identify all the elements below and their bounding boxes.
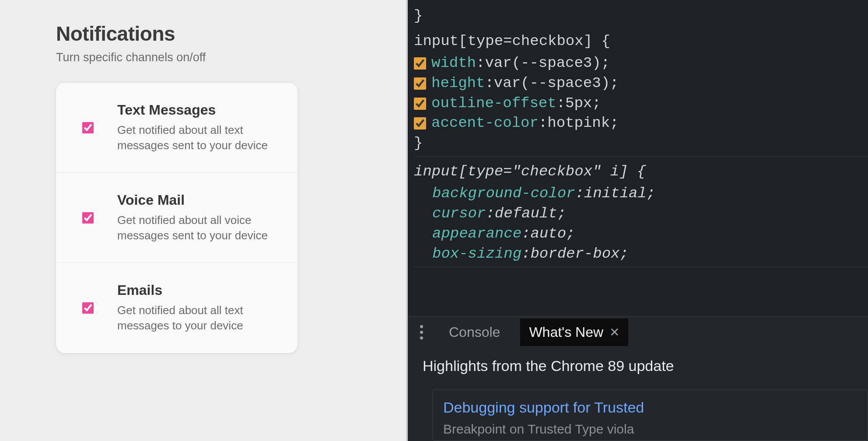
- css-property: appearance: [432, 224, 522, 244]
- drawer-body: Highlights from the Chrome 89 update Deb…: [408, 348, 868, 441]
- css-value: initial: [584, 184, 647, 204]
- css-property: accent-color: [431, 113, 539, 133]
- devtools-drawer: Console What's New ✕ Highlights from the…: [408, 316, 868, 441]
- tab-label: What's New: [529, 323, 603, 342]
- row-body: Voice Mail Get notified about all voice …: [117, 192, 282, 243]
- row-desc: Get notified about all text messages to …: [117, 303, 282, 333]
- toggle-declaration-icon[interactable]: [414, 117, 426, 130]
- css-value: default: [495, 204, 557, 224]
- css-value: var(--space3): [494, 74, 610, 94]
- code-brace-close: }: [414, 6, 868, 26]
- whats-new-link-sub: Breakpoint on Trusted Type viola: [443, 420, 857, 438]
- drawer-tabstrip: Console What's New ✕: [408, 317, 868, 348]
- toggle-declaration-icon[interactable]: [414, 77, 426, 90]
- css-value: auto: [530, 224, 566, 244]
- row-title: Text Messages: [117, 102, 282, 118]
- page-title: Notifications: [56, 22, 406, 46]
- page-subtitle: Turn specific channels on/off: [56, 51, 406, 64]
- css-declaration[interactable]: cursor: default;: [414, 204, 868, 224]
- css-property: box-sizing: [432, 244, 522, 264]
- css-declaration[interactable]: appearance: auto;: [414, 224, 868, 244]
- row-body: Text Messages Get notified about all tex…: [117, 102, 282, 153]
- code-brace-close: }: [414, 133, 868, 154]
- row-title: Emails: [117, 282, 282, 298]
- css-property: outline-offset: [431, 94, 556, 114]
- toggle-declaration-icon[interactable]: [414, 98, 426, 110]
- notification-row-text-messages: Text Messages Get notified about all tex…: [56, 83, 298, 173]
- css-selector[interactable]: input[type="checkbox" i] {: [414, 161, 868, 184]
- preview-header: Notifications Turn specific channels on/…: [0, 0, 406, 64]
- css-rule-user-agent: input[type="checkbox" i] { background-co…: [414, 157, 868, 267]
- css-value: 5px: [565, 94, 592, 114]
- close-icon[interactable]: ✕: [609, 324, 620, 341]
- notifications-card: Text Messages Get notified about all tex…: [56, 83, 298, 353]
- css-declaration[interactable]: accent-color: hotpink;: [414, 113, 868, 133]
- css-value: hotpink: [547, 113, 610, 133]
- css-declaration[interactable]: width: var(--space3);: [414, 53, 868, 74]
- css-declaration[interactable]: box-sizing: border-box;: [414, 244, 868, 264]
- tab-console[interactable]: Console: [440, 318, 509, 346]
- css-declaration[interactable]: background-color: initial;: [414, 184, 868, 204]
- css-value: var(--space3): [485, 53, 601, 74]
- css-declaration[interactable]: height: var(--space3);: [414, 74, 868, 94]
- toggle-declaration-icon[interactable]: [414, 57, 426, 70]
- checkbox-text-messages[interactable]: [82, 122, 94, 133]
- tab-whats-new[interactable]: What's New ✕: [520, 318, 628, 346]
- css-declaration[interactable]: outline-offset: 5px;: [414, 94, 868, 114]
- css-property: cursor: [432, 204, 486, 224]
- preview-pane: Notifications Turn specific channels on/…: [0, 0, 408, 441]
- row-desc: Get notified about all voice messages se…: [117, 213, 282, 243]
- devtools-pane: } input[type=checkbox] { width: var(--sp…: [408, 0, 868, 441]
- css-property: width: [431, 53, 476, 74]
- more-icon[interactable]: [414, 325, 429, 340]
- row-title: Voice Mail: [117, 192, 282, 208]
- drawer-headline: Highlights from the Chrome 89 update: [423, 356, 868, 376]
- whats-new-link[interactable]: Debugging support for Trusted: [443, 398, 857, 418]
- css-property: background-color: [432, 184, 575, 204]
- whats-new-card[interactable]: Debugging support for Trusted Breakpoint…: [432, 389, 868, 441]
- css-rule-author: input[type=checkbox] { width: var(--spac…: [414, 26, 868, 157]
- row-desc: Get notified about all text messages sen…: [117, 122, 282, 153]
- styles-panel[interactable]: } input[type=checkbox] { width: var(--sp…: [408, 0, 868, 267]
- notification-row-emails: Emails Get notified about all text messa…: [56, 263, 298, 353]
- css-selector[interactable]: input[type=checkbox] {: [414, 31, 868, 53]
- css-property: height: [431, 74, 485, 94]
- checkbox-emails[interactable]: [82, 302, 94, 314]
- checkbox-voice-mail[interactable]: [82, 212, 94, 224]
- row-body: Emails Get notified about all text messa…: [117, 282, 282, 333]
- css-value: border-box: [530, 244, 620, 264]
- notification-row-voice-mail: Voice Mail Get notified about all voice …: [56, 173, 298, 263]
